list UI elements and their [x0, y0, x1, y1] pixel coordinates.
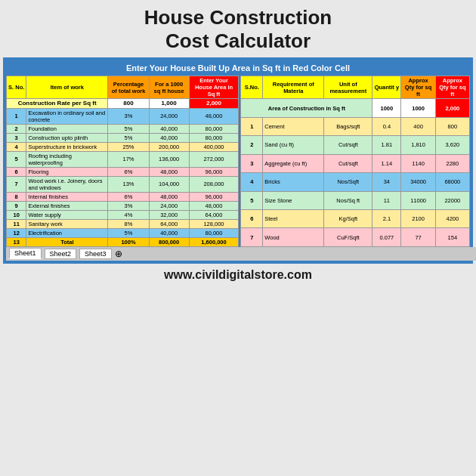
left-col-sno: S. No.	[7, 76, 26, 99]
table-row: 2 Foundation 5%40,00080,000	[7, 124, 239, 133]
table-row: 4 Superstructure in brickwork 25%200,000…	[7, 142, 239, 151]
table-row: 2 Sand (cu ft) Cut/sqft 1.81 1,810 3,620	[241, 136, 470, 154]
sheet-tab-sheet3[interactable]: Sheet3	[79, 249, 112, 259]
sheet-tab-sheet2[interactable]: Sheet2	[45, 249, 77, 259]
left-col-area: Enter Your House Area in Sq ft	[189, 76, 239, 99]
table-row: 9 External finishes 3%24,00048,000	[7, 201, 239, 210]
left-col-pct: Percentage of total work	[108, 76, 149, 99]
add-sheet-icon[interactable]: ⊕	[115, 249, 122, 259]
rate-v2: 1,000	[149, 99, 189, 109]
spreadsheet-container: Enter Your House Built Up Area in Sq ft …	[3, 57, 473, 264]
right-col-approx1: Approx Qty for sq ft	[401, 76, 435, 99]
table-row: 7 Wood work i.e. Joinery, doors and wind…	[7, 176, 239, 192]
area-row: Area of Construction in Sq ft 1000 1000 …	[241, 99, 470, 117]
table-row: 10 Water supply 4%32,00064,000	[7, 210, 239, 219]
right-col-unit: Unit of measurement	[324, 76, 372, 99]
right-col-qty: Quantit y	[372, 76, 401, 99]
title-area: House Construction Cost Calculator	[0, 0, 476, 57]
construction-rate-row: Construction Rate per Sq ft 800 1,000 2,…	[7, 99, 239, 109]
page-title: House Construction Cost Calculator	[0, 6, 476, 53]
table-row: 5 Size Stone Nos/Sq ft 11 11000 22000	[241, 191, 470, 209]
table-row: 3 Construction upto plinth 5%40,00080,00…	[7, 133, 239, 142]
table-row: 4 Bricks Nos/Sqft 34 34000 68000	[241, 173, 470, 191]
website-footer: www.civildigitalstore.com	[164, 264, 312, 285]
sheet-tab-sheet1[interactable]: Sheet1	[9, 248, 42, 259]
table-row: 5 Roofing including waterproofing 17%136…	[7, 151, 239, 167]
left-col-1000: For a 1000 sq ft house	[149, 76, 189, 99]
table-row: 1 Excavation in ordinary soil and concre…	[7, 108, 239, 124]
table-row: 12 Electrification 5%40,00080,000	[7, 228, 239, 237]
table-row: 1 Cement Bags/sqft 0.4 400 800	[241, 117, 470, 135]
rate-v3: 2,000	[189, 99, 239, 109]
table-row: 7 Wood CuF/Sqft 0.077 77 154	[241, 228, 470, 247]
left-table: S. No. Item of work Percentage of total …	[6, 76, 239, 247]
table-row: 6 Steel Kg/Sqft 2.1 2100 4200	[241, 210, 470, 228]
bottom-bar: Sheet1 Sheet2 Sheet3 ⊕	[6, 247, 476, 261]
table-row-total: 13 Total 100%800,0001,600,000	[7, 237, 239, 246]
table-row: 6 Flooring 6%48,00096,000	[7, 167, 239, 176]
right-col-material: Requirement of Materia	[263, 76, 324, 99]
right-col-approx2: Approx Qty for sq ft	[435, 76, 469, 99]
rate-v1: 800	[108, 99, 149, 109]
table-row: 8 Internal finishes 6%48,00096,000	[7, 192, 239, 201]
right-table: S.No. Requirement of Materia Unit of mea…	[240, 76, 470, 247]
right-col-sno: S.No.	[241, 76, 263, 99]
left-col-item: Item of work	[26, 76, 108, 99]
table-row: 3 Aggregate (cu ft) Cut/sqft 1.14 1140 2…	[241, 154, 470, 172]
blue-header: Enter Your House Built Up Area in Sq ft …	[6, 60, 470, 76]
table-row: 11 Sanitary work 8%64,000128,000	[7, 219, 239, 228]
